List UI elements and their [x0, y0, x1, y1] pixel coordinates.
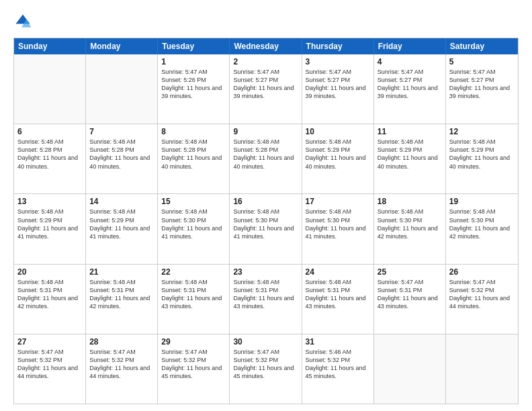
calendar-cell: 30Sunrise: 5:47 AMSunset: 5:32 PMDayligh…: [230, 334, 302, 404]
calendar-cell: 20Sunrise: 5:48 AMSunset: 5:31 PMDayligh…: [14, 265, 86, 334]
cell-info: Sunrise: 5:48 AMSunset: 5:29 PMDaylight:…: [17, 208, 82, 240]
day-number: 30: [233, 337, 298, 347]
cell-info: Sunrise: 5:47 AMSunset: 5:32 PMDaylight:…: [161, 348, 226, 381]
calendar-cell: 26Sunrise: 5:47 AMSunset: 5:32 PMDayligh…: [446, 265, 518, 334]
calendar: SundayMondayTuesdayWednesdayThursdayFrid…: [13, 38, 519, 404]
weekday-header: Saturday: [446, 38, 518, 54]
cell-info: Sunrise: 5:48 AMSunset: 5:29 PMDaylight:…: [89, 208, 154, 240]
day-number: 16: [233, 197, 298, 206]
calendar-cell: 8Sunrise: 5:48 AMSunset: 5:28 PMDaylight…: [158, 124, 230, 193]
cell-info: Sunrise: 5:48 AMSunset: 5:31 PMDaylight:…: [17, 278, 82, 311]
calendar-row: 13Sunrise: 5:48 AMSunset: 5:29 PMDayligh…: [14, 193, 518, 263]
calendar-row: 27Sunrise: 5:47 AMSunset: 5:32 PMDayligh…: [14, 334, 518, 404]
calendar-cell: 10Sunrise: 5:48 AMSunset: 5:29 PMDayligh…: [302, 124, 374, 193]
calendar-cell: 14Sunrise: 5:48 AMSunset: 5:29 PMDayligh…: [86, 194, 158, 263]
calendar-row: 6Sunrise: 5:48 AMSunset: 5:28 PMDaylight…: [14, 124, 518, 193]
cell-info: Sunrise: 5:48 AMSunset: 5:29 PMDaylight:…: [378, 138, 442, 171]
day-number: 8: [161, 127, 226, 136]
cell-info: Sunrise: 5:47 AMSunset: 5:32 PMDaylight:…: [89, 348, 154, 381]
calendar-cell: 21Sunrise: 5:48 AMSunset: 5:31 PMDayligh…: [86, 265, 158, 334]
calendar-cell: 23Sunrise: 5:48 AMSunset: 5:31 PMDayligh…: [230, 265, 302, 334]
day-number: 22: [161, 267, 226, 277]
day-number: 9: [233, 127, 298, 136]
calendar-cell: [86, 54, 158, 124]
calendar-cell: 31Sunrise: 5:46 AMSunset: 5:32 PMDayligh…: [302, 334, 374, 404]
day-number: 2: [233, 57, 298, 66]
calendar-cell: 7Sunrise: 5:48 AMSunset: 5:28 PMDaylight…: [86, 124, 158, 193]
logo: [13, 12, 35, 31]
calendar-row: 20Sunrise: 5:48 AMSunset: 5:31 PMDayligh…: [14, 264, 518, 334]
calendar-cell: 28Sunrise: 5:47 AMSunset: 5:32 PMDayligh…: [86, 334, 158, 404]
weekday-header: Sunday: [14, 38, 86, 54]
day-number: 29: [161, 337, 226, 347]
cell-info: Sunrise: 5:48 AMSunset: 5:30 PMDaylight:…: [233, 208, 298, 240]
calendar-cell: [14, 54, 86, 124]
calendar-cell: 6Sunrise: 5:48 AMSunset: 5:28 PMDaylight…: [14, 124, 86, 193]
logo-icon: [13, 12, 32, 31]
cell-info: Sunrise: 5:47 AMSunset: 5:27 PMDaylight:…: [378, 68, 442, 101]
weekday-header: Friday: [374, 38, 446, 54]
calendar-cell: [446, 334, 518, 404]
cell-info: Sunrise: 5:48 AMSunset: 5:31 PMDaylight:…: [161, 278, 226, 311]
cell-info: Sunrise: 5:48 AMSunset: 5:31 PMDaylight:…: [306, 278, 370, 311]
calendar-cell: 24Sunrise: 5:48 AMSunset: 5:31 PMDayligh…: [302, 265, 374, 334]
calendar-cell: [374, 334, 446, 404]
cell-info: Sunrise: 5:48 AMSunset: 5:28 PMDaylight:…: [161, 138, 226, 171]
header: [13, 12, 519, 31]
day-number: 17: [306, 197, 370, 206]
day-number: 27: [17, 337, 82, 347]
calendar-header: SundayMondayTuesdayWednesdayThursdayFrid…: [14, 38, 518, 54]
cell-info: Sunrise: 5:47 AMSunset: 5:32 PMDaylight:…: [17, 348, 82, 381]
day-number: 7: [89, 127, 154, 136]
cell-info: Sunrise: 5:48 AMSunset: 5:28 PMDaylight:…: [233, 138, 298, 171]
day-number: 25: [378, 267, 442, 277]
day-number: 5: [449, 57, 515, 66]
cell-info: Sunrise: 5:48 AMSunset: 5:31 PMDaylight:…: [89, 278, 154, 311]
cell-info: Sunrise: 5:48 AMSunset: 5:30 PMDaylight:…: [306, 208, 370, 240]
cell-info: Sunrise: 5:48 AMSunset: 5:28 PMDaylight:…: [89, 138, 154, 171]
weekday-header: Monday: [86, 38, 158, 54]
day-number: 1: [161, 57, 226, 66]
calendar-cell: 22Sunrise: 5:48 AMSunset: 5:31 PMDayligh…: [158, 265, 230, 334]
calendar-cell: 2Sunrise: 5:47 AMSunset: 5:27 PMDaylight…: [230, 54, 302, 124]
day-number: 15: [161, 197, 226, 206]
day-number: 19: [449, 197, 515, 206]
calendar-cell: 4Sunrise: 5:47 AMSunset: 5:27 PMDaylight…: [374, 54, 446, 124]
calendar-cell: 25Sunrise: 5:47 AMSunset: 5:31 PMDayligh…: [374, 265, 446, 334]
cell-info: Sunrise: 5:48 AMSunset: 5:30 PMDaylight:…: [378, 208, 442, 240]
weekday-header: Thursday: [302, 38, 374, 54]
cell-info: Sunrise: 5:47 AMSunset: 5:27 PMDaylight:…: [233, 68, 298, 101]
day-number: 3: [306, 57, 370, 66]
cell-info: Sunrise: 5:47 AMSunset: 5:27 PMDaylight:…: [449, 68, 515, 101]
day-number: 18: [378, 197, 442, 206]
calendar-cell: 18Sunrise: 5:48 AMSunset: 5:30 PMDayligh…: [374, 194, 446, 263]
day-number: 10: [306, 127, 370, 136]
day-number: 20: [17, 267, 82, 277]
day-number: 13: [17, 197, 82, 206]
cell-info: Sunrise: 5:47 AMSunset: 5:32 PMDaylight:…: [233, 348, 298, 381]
calendar-cell: 9Sunrise: 5:48 AMSunset: 5:28 PMDaylight…: [230, 124, 302, 193]
day-number: 4: [378, 57, 442, 66]
day-number: 28: [89, 337, 154, 347]
day-number: 23: [233, 267, 298, 277]
cell-info: Sunrise: 5:48 AMSunset: 5:30 PMDaylight:…: [161, 208, 226, 240]
cell-info: Sunrise: 5:47 AMSunset: 5:27 PMDaylight:…: [306, 68, 370, 101]
cell-info: Sunrise: 5:48 AMSunset: 5:30 PMDaylight:…: [449, 208, 515, 240]
cell-info: Sunrise: 5:48 AMSunset: 5:28 PMDaylight:…: [17, 138, 82, 171]
day-number: 21: [89, 267, 154, 277]
calendar-cell: 29Sunrise: 5:47 AMSunset: 5:32 PMDayligh…: [158, 334, 230, 404]
calendar-cell: 12Sunrise: 5:48 AMSunset: 5:29 PMDayligh…: [446, 124, 518, 193]
calendar-cell: 1Sunrise: 5:47 AMSunset: 5:26 PMDaylight…: [158, 54, 230, 124]
calendar-cell: 13Sunrise: 5:48 AMSunset: 5:29 PMDayligh…: [14, 194, 86, 263]
calendar-cell: 19Sunrise: 5:48 AMSunset: 5:30 PMDayligh…: [446, 194, 518, 263]
calendar-cell: 11Sunrise: 5:48 AMSunset: 5:29 PMDayligh…: [374, 124, 446, 193]
calendar-cell: 15Sunrise: 5:48 AMSunset: 5:30 PMDayligh…: [158, 194, 230, 263]
weekday-header: Tuesday: [158, 38, 230, 54]
day-number: 12: [449, 127, 515, 136]
day-number: 11: [378, 127, 442, 136]
day-number: 24: [306, 267, 370, 277]
cell-info: Sunrise: 5:48 AMSunset: 5:29 PMDaylight:…: [306, 138, 370, 171]
cell-info: Sunrise: 5:47 AMSunset: 5:26 PMDaylight:…: [161, 68, 226, 101]
cell-info: Sunrise: 5:47 AMSunset: 5:31 PMDaylight:…: [378, 278, 442, 311]
day-number: 26: [449, 267, 515, 277]
